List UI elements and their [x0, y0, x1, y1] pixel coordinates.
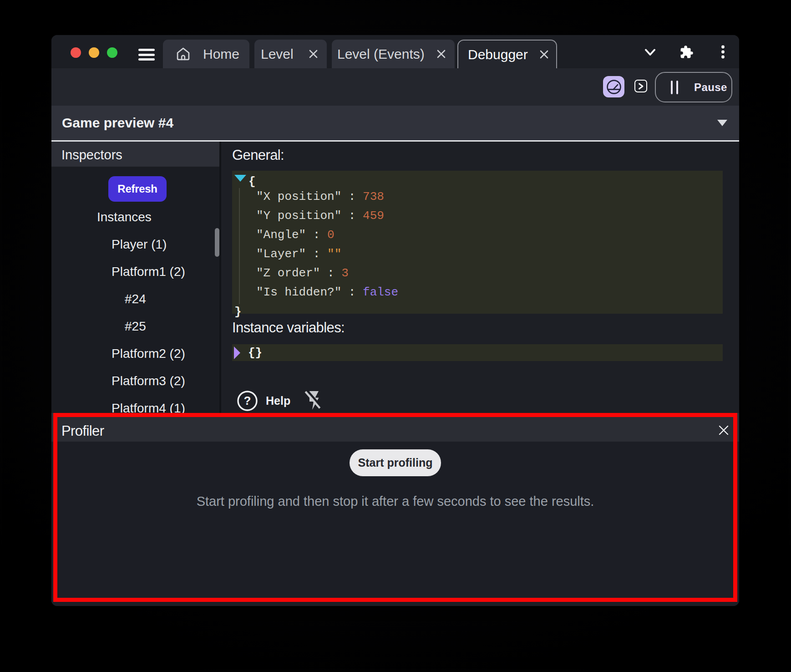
code-value: 738	[363, 190, 384, 204]
close-icon[interactable]	[539, 50, 549, 59]
close-icon[interactable]	[309, 49, 318, 59]
code-separator: :	[341, 190, 363, 204]
code-separator: :	[306, 228, 327, 242]
tree-item-player[interactable]: Player (1)	[112, 231, 167, 258]
tree-item-instances[interactable]: Instances	[97, 204, 152, 231]
variables-json-view: {}	[232, 344, 723, 361]
pause-button-label: Pause	[694, 81, 727, 94]
inspectors-sidebar: Inspectors Refresh Instances Player (1) …	[51, 142, 219, 413]
tab-level-events[interactable]: Level (Events)	[332, 40, 455, 68]
general-json-view: { "X position" : 738 "Y position" : 459 …	[232, 171, 723, 314]
profiler-header: Profiler	[51, 413, 739, 442]
console-prompt-icon	[638, 83, 644, 90]
code-key: "Angle"	[256, 228, 306, 242]
indent-guide	[239, 188, 240, 304]
code-value: 459	[363, 209, 384, 223]
code-line: "Angle" : 0	[256, 229, 739, 241]
code-value: ""	[327, 247, 341, 261]
profiler-close-icon[interactable]	[719, 425, 729, 435]
code-separator: :	[341, 209, 363, 223]
instance-variables-label: Instance variables:	[232, 320, 345, 336]
zoom-window-button[interactable]	[107, 47, 117, 58]
code-line: "Y position" : 459	[256, 209, 739, 222]
variables-empty-object: {}	[248, 346, 262, 360]
tab-debugger-label: Debugger	[468, 47, 528, 62]
tab-home-label: Home	[203, 46, 239, 62]
code-line: {	[248, 175, 739, 188]
profiler-title: Profiler	[61, 423, 104, 439]
chevron-down-icon[interactable]	[645, 49, 655, 56]
code-value: 3	[341, 266, 349, 280]
code-line: "Layer" : ""	[256, 248, 739, 260]
tab-bar: Home Level Level (Events) Debugger	[163, 40, 557, 68]
game-preview-label: Game preview #4	[62, 106, 173, 140]
code-key: "Is hidden?"	[256, 285, 341, 299]
close-brace: }	[234, 305, 242, 319]
game-preview-bar[interactable]: Game preview #4	[51, 106, 739, 140]
caret-down-icon[interactable]	[717, 120, 727, 126]
code-key: "Y position"	[256, 209, 341, 223]
pause-bar	[676, 81, 678, 94]
refresh-button[interactable]: Refresh	[108, 176, 167, 202]
general-label: General:	[232, 147, 284, 163]
debugger-toolbar: Pause	[51, 68, 739, 106]
inspector-detail-panel: General: { "X position" : 738 "Y positio…	[221, 142, 739, 413]
code-key: "Z order"	[256, 266, 320, 280]
home-icon	[176, 46, 191, 61]
pause-icon	[671, 81, 678, 94]
tree-item-platform1[interactable]: Platform1 (2)	[112, 258, 185, 285]
menu-bar	[138, 49, 155, 51]
code-line: "Is hidden?" : false	[256, 286, 739, 299]
expand-triangle-icon[interactable]	[234, 346, 240, 359]
extension-icon[interactable]	[679, 45, 694, 59]
code-separator: :	[320, 266, 341, 280]
code-key: "Layer"	[256, 247, 306, 261]
traffic-lights	[71, 47, 117, 58]
code-separator: :	[306, 247, 327, 261]
tree-item-24[interactable]: #24	[125, 285, 146, 313]
profiler-panel: Profiler Start profiling Start profiling…	[51, 413, 739, 606]
code-line: "Z order" : 3	[256, 267, 739, 280]
pause-button[interactable]: Pause	[655, 72, 732, 102]
minimize-window-button[interactable]	[89, 47, 99, 58]
svg-text:?: ?	[244, 394, 251, 407]
debugger-content: Inspectors Refresh Instances Player (1) …	[51, 142, 739, 413]
collapse-triangle-icon[interactable]	[234, 175, 246, 182]
tab-level[interactable]: Level	[254, 40, 327, 68]
code-value: 0	[327, 228, 335, 242]
close-icon[interactable]	[436, 49, 446, 59]
inspectors-title: Inspectors	[61, 148, 122, 163]
menu-bar	[138, 54, 155, 56]
code-value: false	[363, 285, 398, 299]
tree-item-platform3[interactable]: Platform3 (2)	[112, 367, 185, 395]
tab-level-label: Level	[261, 46, 294, 62]
scrollbar-thumb[interactable]	[215, 228, 219, 257]
open-brace: {	[248, 175, 256, 188]
help-label[interactable]: Help	[266, 394, 290, 407]
gauge-icon	[606, 79, 622, 95]
code-line: "X position" : 738	[256, 190, 739, 203]
start-profiling-button[interactable]: Start profiling	[350, 449, 441, 476]
tree-item-platform2[interactable]: Platform2 (2)	[112, 340, 185, 367]
code-line: }	[234, 305, 725, 318]
inspectors-header: Inspectors	[51, 142, 219, 167]
code-separator: :	[341, 285, 363, 299]
app-window: Home Level Level (Events) Debugger	[51, 35, 739, 606]
titlebar: Home Level Level (Events) Debugger	[51, 35, 739, 68]
tab-home[interactable]: Home	[163, 40, 249, 68]
help-icon[interactable]: ?	[237, 391, 258, 411]
flash-off-icon[interactable]	[304, 389, 321, 411]
code-key: "X position"	[256, 190, 341, 204]
profiler-toggle-button[interactable]	[603, 76, 624, 97]
profiler-description: Start profiling and then stop it after a…	[51, 494, 739, 509]
kebab-menu-icon[interactable]	[720, 44, 726, 60]
menu-icon[interactable]	[138, 49, 155, 61]
close-window-button[interactable]	[71, 47, 81, 58]
tree-item-25[interactable]: #25	[125, 313, 146, 340]
console-button[interactable]	[634, 80, 647, 92]
pause-bar	[671, 81, 673, 94]
menu-bar	[138, 58, 155, 61]
tab-debugger[interactable]: Debugger	[457, 40, 557, 68]
tab-level-events-label: Level (Events)	[337, 46, 425, 62]
